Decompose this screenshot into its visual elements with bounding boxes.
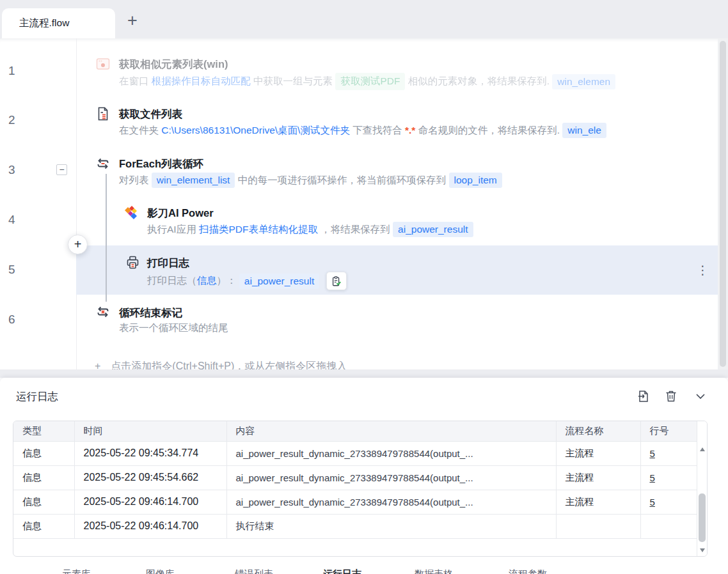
variable-chip[interactable]: ai_power_result: [393, 222, 473, 237]
line-number-1: 1: [8, 64, 25, 78]
bottom-tab-flow-params[interactable]: 流程参数: [509, 568, 547, 574]
log-row-3[interactable]: 信息 2025-05-22 09:46:14.700 ai_power_resu…: [13, 490, 698, 514]
export-log-icon[interactable]: [637, 389, 651, 403]
chevron-down-icon[interactable]: [693, 389, 708, 403]
run-log-panel: 运行日志 类型 时间 内容 流程名称 行号 信息 2025-05: [0, 378, 728, 574]
scroll-down-arrow-icon[interactable]: [700, 548, 705, 552]
col-header-flow-name[interactable]: 流程名称: [556, 421, 640, 441]
bottom-tab-run-log[interactable]: 运行日志: [323, 568, 361, 574]
target-link[interactable]: 根据操作目标自动匹配: [152, 75, 251, 88]
step-title: 影刀AI Power: [147, 206, 214, 221]
col-header-content[interactable]: 内容: [226, 421, 556, 441]
step-title: 循环结束标记: [119, 306, 182, 320]
cell-line-no: 5: [640, 441, 698, 465]
plus-icon: +: [127, 11, 138, 31]
log-row-4[interactable]: 信息 2025-05-22 09:46:14.700 执行结束: [13, 514, 698, 538]
step-description: 执行AI应用 扫描类PDF表单结构化提取 ，将结果保存到 ai_power_re…: [147, 222, 473, 237]
bottom-tab-element-lib[interactable]: 元素库: [62, 568, 91, 574]
desc-text: 中获取一组与元素: [251, 75, 336, 88]
line-number-3: 3: [8, 163, 25, 177]
cell-content: ai_power_result_dynamic_273389479788544(…: [226, 465, 556, 490]
cell-type: 信息: [13, 441, 74, 465]
cell-flow-name: 主流程: [556, 490, 640, 514]
step-description: 打印日志（信息）： ai_power_result: [147, 272, 347, 290]
cell-time: 2025-05-22 09:46:14.700: [74, 490, 226, 514]
insert-step-button[interactable]: +: [68, 235, 88, 254]
editor-tab-bar: 主流程.flow +: [0, 0, 728, 38]
desc-text: 下查找符合: [350, 124, 405, 137]
flow-scrollbar[interactable]: [718, 38, 728, 369]
ai-app-link[interactable]: 扫描类PDF表单结构化提取: [199, 223, 318, 237]
cell-time: 2025-05-22 09:46:14.700: [74, 514, 226, 538]
bottom-tab-error-list[interactable]: 错误列表: [235, 568, 273, 574]
desc-text: 在文件夹: [119, 124, 161, 137]
cell-time: 2025-05-22 09:45:54.662: [74, 465, 226, 490]
line-number-link[interactable]: 5: [650, 472, 655, 483]
cell-flow-name: 主流程: [556, 441, 640, 465]
line-number-4: 4: [8, 213, 25, 227]
element-chip[interactable]: 获取测试PDF: [335, 73, 405, 90]
log-row-1[interactable]: 信息 2025-05-22 09:45:34.774 ai_power_resu…: [13, 441, 698, 465]
desc-text: 命名规则的文件，将结果保存到.: [415, 124, 562, 137]
step-title: ForEach列表循环: [119, 157, 203, 171]
step-more-options-icon[interactable]: ⋮: [697, 263, 708, 278]
desc-text: 执行AI应用: [147, 223, 199, 237]
clipboard-check-icon: [331, 275, 342, 287]
printer-icon: [125, 255, 141, 270]
log-table-scrollbar[interactable]: [697, 421, 707, 556]
add-instruction-hint[interactable]: +点击添加指令(Ctrl+Shift+P)，或从左侧指令区拖拽入: [95, 360, 347, 369]
cell-content: 执行结束: [226, 514, 556, 538]
plus-icon: +: [95, 361, 100, 369]
log-table-scrollbar-thumb[interactable]: [699, 493, 706, 542]
preview-log-button[interactable]: [326, 272, 347, 290]
tab-label: 主流程.flow: [19, 17, 69, 30]
run-log-table: 类型 时间 内容 流程名称 行号 信息 2025-05-22 09:45:34.…: [13, 421, 708, 557]
step-description: 在窗口 根据操作目标自动匹配 中获取一组与元素 获取测试PDF 相似的元素对象，…: [119, 73, 615, 90]
col-header-line-no[interactable]: 行号: [640, 421, 698, 441]
cell-content: ai_power_result_dynamic_273389479788544(…: [226, 441, 556, 465]
collapse-loop-button[interactable]: −: [56, 164, 67, 175]
flow-scrollbar-thumb[interactable]: [720, 41, 726, 367]
col-header-time[interactable]: 时间: [74, 421, 226, 441]
variable-chip[interactable]: win_element_list: [152, 173, 235, 188]
desc-text: 相似的元素对象，将结果保存到.: [405, 75, 552, 88]
col-header-type[interactable]: 类型: [13, 421, 74, 441]
scroll-up-arrow-icon[interactable]: [700, 447, 705, 451]
log-level-text: 信息: [197, 274, 217, 288]
line-number-link[interactable]: 5: [650, 448, 655, 459]
variable-chip[interactable]: loop_item: [449, 173, 502, 188]
folder-path-link[interactable]: C:\Users\86131\OneDrive\桌面\测试文件夹: [161, 124, 350, 137]
cell-line-no: 5: [640, 490, 698, 514]
step-description: 对列表 win_element_list 中的每一项进行循环操作，将当前循环项保…: [119, 173, 502, 188]
plus-icon: +: [74, 237, 82, 252]
log-table-header-row: 类型 时间 内容 流程名称 行号: [13, 421, 698, 441]
line-number-link[interactable]: 5: [650, 497, 655, 508]
desc-text: 中的每一项进行循环操作，将当前循环项保存到: [235, 174, 448, 187]
line-number-6: 6: [8, 313, 25, 327]
cell-line-no: [640, 514, 698, 538]
desc-text: 打印日志（: [147, 274, 197, 288]
bottom-tab-data-table[interactable]: 数据表格: [415, 568, 453, 574]
line-number-5: 5: [8, 263, 25, 277]
gutter-divider: [76, 38, 77, 369]
variable-chip[interactable]: ai_power_result: [239, 274, 319, 289]
variable-chip[interactable]: win_ele: [562, 123, 606, 138]
run-log-title: 运行日志: [16, 390, 58, 404]
add-tab-button[interactable]: +: [123, 11, 142, 30]
step-title: 获取相似元素列表(win): [119, 58, 228, 72]
flow-editor-canvas: 1 2 3 4 5 6 − + 获取相似元素列表(win) 在窗口 根据操作目标…: [0, 38, 728, 369]
desc-text: 表示一个循环区域的结尾: [119, 322, 228, 335]
bottom-tab-image-lib[interactable]: 图像库: [146, 568, 175, 574]
cell-type: 信息: [13, 514, 74, 538]
hint-text: 点击添加指令(Ctrl+Shift+P)，或从左侧指令区拖拽入: [111, 361, 347, 369]
trash-icon[interactable]: [664, 389, 678, 403]
tab-main-flow[interactable]: 主流程.flow: [2, 8, 115, 38]
log-row-2[interactable]: 信息 2025-05-22 09:45:54.662 ai_power_resu…: [13, 465, 698, 490]
window-app-icon: [96, 57, 111, 72]
step-title: 获取文件列表: [119, 107, 182, 121]
yingdao-ai-power-icon: [123, 205, 139, 221]
line-number-2: 2: [8, 113, 25, 127]
desc-text: ）：: [217, 274, 239, 288]
variable-chip[interactable]: win_elemen: [552, 74, 615, 89]
panel-divider: [0, 369, 728, 378]
